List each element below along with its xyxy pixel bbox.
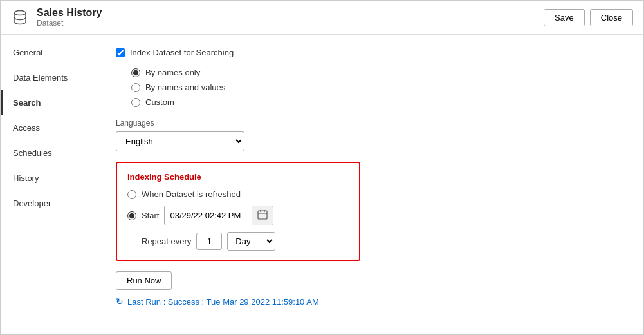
languages-section: Languages English French Spanish German [116, 119, 628, 151]
index-radio-group: By names only By names and values Custom [131, 68, 628, 107]
sidebar: General Data Elements Search Access Sche… [1, 35, 100, 334]
schedule-radio-row-start: Start [127, 206, 349, 225]
indexing-schedule-box: Indexing Schedule When Dataset is refres… [116, 162, 360, 261]
index-dataset-label: Index Dataset for Searching [130, 48, 234, 57]
schedule-label-when-refreshed: When Dataset is refreshed [142, 189, 241, 199]
header: Sales History Dataset Save Close [1, 1, 643, 35]
indexing-schedule-title: Indexing Schedule [127, 172, 349, 182]
radio-label-by-names-only: By names only [145, 68, 200, 77]
sidebar-item-search[interactable]: Search [1, 90, 100, 115]
start-datetime-input[interactable] [165, 207, 252, 224]
refresh-icon: ↻ [116, 296, 124, 307]
radio-by-names-only[interactable] [131, 68, 140, 77]
run-now-container: Run Now [116, 271, 628, 296]
svg-rect-1 [258, 211, 267, 219]
close-button[interactable]: Close [590, 9, 633, 26]
sidebar-item-access[interactable]: Access [1, 115, 100, 140]
database-icon [11, 8, 29, 26]
page-subtitle: Dataset [37, 19, 544, 28]
repeat-label: Repeat every [142, 236, 191, 246]
last-run-row: ↻ Last Run : Success : Tue Mar 29 2022 1… [116, 296, 628, 307]
sidebar-item-developer[interactable]: Developer [1, 191, 100, 216]
radio-label-custom: Custom [145, 97, 174, 107]
main-content: Index Dataset for Searching By names onl… [100, 35, 643, 334]
radio-row-by-names-values: By names and values [131, 82, 628, 92]
sidebar-item-schedules[interactable]: Schedules [1, 140, 100, 166]
body: General Data Elements Search Access Sche… [1, 35, 643, 334]
last-run-text: Last Run : Success : Tue Mar 29 2022 11:… [127, 297, 319, 307]
index-dataset-checkbox[interactable] [116, 48, 125, 57]
radio-when-refreshed[interactable] [127, 190, 136, 199]
svg-point-0 [14, 11, 26, 15]
index-dataset-row: Index Dataset for Searching [116, 48, 628, 57]
calendar-button[interactable] [252, 206, 273, 225]
schedule-label-start: Start [142, 211, 159, 220]
run-now-button[interactable]: Run Now [116, 271, 172, 290]
repeat-value-input[interactable] [196, 233, 222, 250]
languages-select[interactable]: English French Spanish German [116, 131, 244, 151]
schedule-radio-group: When Dataset is refreshed Start [127, 189, 349, 225]
page-title: Sales History [37, 7, 544, 19]
radio-label-by-names-values: By names and values [145, 82, 225, 92]
sidebar-item-general[interactable]: General [1, 40, 100, 65]
header-title-block: Sales History Dataset [37, 7, 544, 28]
radio-row-by-names-only: By names only [131, 68, 628, 77]
sidebar-item-history[interactable]: History [1, 166, 100, 191]
repeat-unit-select[interactable]: Hour Day Week Month [227, 232, 275, 251]
radio-start-schedule[interactable] [127, 211, 136, 220]
repeat-row: Repeat every Hour Day Week Month [142, 232, 349, 251]
radio-row-custom: Custom [131, 97, 628, 107]
schedule-radio-row-refreshed: When Dataset is refreshed [127, 189, 349, 199]
languages-label: Languages [116, 119, 628, 128]
radio-by-names-values[interactable] [131, 83, 140, 92]
save-button[interactable]: Save [544, 9, 585, 26]
start-datetime-wrapper [164, 206, 273, 225]
radio-custom[interactable] [131, 98, 140, 107]
header-buttons: Save Close [544, 9, 633, 26]
sidebar-item-data-elements[interactable]: Data Elements [1, 65, 100, 90]
